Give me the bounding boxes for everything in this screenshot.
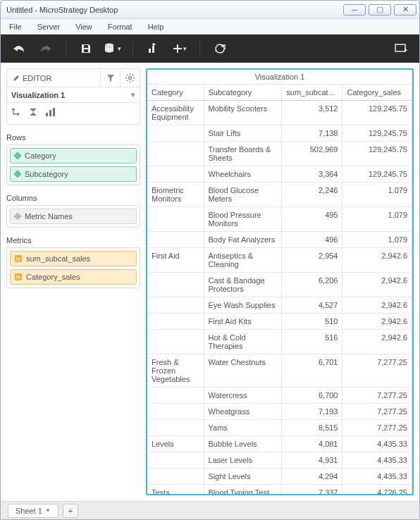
cell-category-sales: 4,726.25 xyxy=(342,485,412,495)
chevron-down-icon: ▼ xyxy=(45,507,51,514)
cell-category-sales: 129,245.75 xyxy=(342,142,412,166)
cell-category xyxy=(147,314,204,330)
undo-button[interactable] xyxy=(8,39,30,58)
table-row[interactable]: First AidAntiseptics & Cleaning2,9542,94… xyxy=(147,248,412,273)
table-row[interactable]: TestsBlood Typing Test Kits7,3374,726.25 xyxy=(147,485,412,495)
cell-sum-subcat: 6,701 xyxy=(282,354,342,388)
row-pill-subcategory[interactable]: Subcategory xyxy=(10,166,137,182)
table-row[interactable]: Hot & Cold Therapies5162,942.6 xyxy=(147,330,412,354)
app-window: Untitled - MicroStrategy Desktop ─ ▢ ✕ F… xyxy=(0,0,420,520)
editor-tab[interactable]: EDITOR xyxy=(7,74,57,82)
cell-sum-subcat: 7,337 xyxy=(282,485,342,495)
sheet-tab[interactable]: Sheet 1 ▼ xyxy=(8,504,58,518)
cell-subcategory: Wheatgrass xyxy=(204,404,282,420)
refresh-button[interactable] xyxy=(209,39,231,58)
cell-category xyxy=(147,166,204,182)
metric-pill-category-sales[interactable]: fxCategory_sales xyxy=(10,269,137,285)
cell-category xyxy=(147,452,204,469)
swap-axes-button[interactable] xyxy=(11,107,21,118)
col-header-category[interactable]: Category xyxy=(147,85,204,101)
cell-sum-subcat: 2,954 xyxy=(282,248,342,273)
table-row[interactable]: Laser Levels4,9314,435.33 xyxy=(147,452,412,469)
cell-sum-subcat: 7,193 xyxy=(282,404,342,420)
svg-rect-6 xyxy=(49,110,51,116)
table-row[interactable]: Biometric MonitorsBlood Glucose Meters2,… xyxy=(147,182,412,207)
cell-category-sales: 129,245.75 xyxy=(342,125,412,142)
table-row[interactable]: LevelsBubble Levels4,0814,435.33 xyxy=(147,436,412,452)
cell-subcategory: Mobility Scooters xyxy=(204,101,282,125)
cell-category xyxy=(147,469,204,485)
col-header-subcategory[interactable]: Subcategory xyxy=(204,85,282,101)
settings-button[interactable] xyxy=(120,70,140,87)
table-row[interactable]: Yams8,5157,277.25 xyxy=(147,420,412,436)
cell-sum-subcat: 3,512 xyxy=(282,101,342,125)
table-row[interactable]: Accessibility EquipmentMobility Scooters… xyxy=(147,101,412,125)
menu-help[interactable]: Help xyxy=(144,21,168,32)
table-row[interactable]: Wheelchairs3,364129,245.75 xyxy=(147,166,412,182)
add-chart-button[interactable] xyxy=(142,39,164,58)
metrics-dropzone[interactable]: fxsum_subcat_sales fxCategory_sales xyxy=(6,247,140,288)
close-button[interactable]: ✕ xyxy=(394,4,416,16)
visualization-container: Visualization 1 Category Subcategory sum… xyxy=(146,68,414,495)
table-row[interactable]: Cast & Bandage Protectors6,2062,942.6 xyxy=(147,273,412,297)
cell-sum-subcat: 6,206 xyxy=(282,273,342,297)
metric-pill-sum-subcat[interactable]: fxsum_subcat_sales xyxy=(10,251,137,266)
rows-dropzone[interactable]: Category Subcategory xyxy=(6,144,140,185)
menu-view[interactable]: View xyxy=(71,21,97,32)
svg-rect-5 xyxy=(46,113,48,116)
cell-sum-subcat: 516 xyxy=(282,330,342,354)
cell-category-sales: 2,942.6 xyxy=(342,273,412,297)
maximize-button[interactable]: ▢ xyxy=(369,4,391,16)
window-title: Untitled - MicroStrategy Desktop xyxy=(6,6,340,14)
add-sheet-button[interactable]: + xyxy=(63,504,78,518)
save-button[interactable] xyxy=(75,39,97,58)
sigma-button[interactable] xyxy=(28,107,38,118)
columns-label: Columns xyxy=(6,191,140,205)
cell-sum-subcat: 510 xyxy=(282,314,342,330)
cell-subcategory: Sight Levels xyxy=(204,469,282,485)
cell-category xyxy=(147,297,204,314)
cell-category: Levels xyxy=(147,436,204,452)
menu-format[interactable]: Format xyxy=(104,21,137,32)
cell-sum-subcat: 495 xyxy=(282,207,342,232)
row-pill-category[interactable]: Category xyxy=(10,148,137,163)
redo-button[interactable] xyxy=(35,39,57,58)
table-row[interactable]: Transfer Boards & Sheets502,969129,245.7… xyxy=(147,142,412,166)
cell-category-sales: 4,435.33 xyxy=(342,436,412,452)
cell-subcategory: Watercress xyxy=(204,388,282,404)
grid[interactable]: Category Subcategory sum_subcat_sa Categ… xyxy=(147,85,412,494)
table-row[interactable]: Stair Lifts7,138129,245.75 xyxy=(147,125,412,142)
cell-sum-subcat: 7,138 xyxy=(282,125,342,142)
columns-dropzone[interactable]: Metric Names xyxy=(6,205,140,228)
cell-category-sales: 2,942.6 xyxy=(342,248,412,273)
data-button[interactable]: ▾ xyxy=(101,39,124,58)
table-row[interactable]: Sight Levels4,2944,435.33 xyxy=(147,469,412,485)
col-header-sum-subcat[interactable]: sum_subcat_sa xyxy=(282,85,342,101)
add-button[interactable]: ▾ xyxy=(168,39,191,58)
table-row[interactable]: Body Fat Analyzers4961,079 xyxy=(147,232,412,248)
present-button[interactable] xyxy=(390,39,412,58)
table-row[interactable]: Wheatgrass7,1937,277.25 xyxy=(147,404,412,420)
cell-subcategory: Yams xyxy=(204,420,282,436)
cell-subcategory: Eye Wash Supplies xyxy=(204,297,282,314)
bars-button[interactable] xyxy=(45,107,55,118)
table-row[interactable]: Blood Pressure Monitors4951,079 xyxy=(147,207,412,232)
menu-file[interactable]: File xyxy=(5,21,26,32)
diamond-icon xyxy=(13,151,21,159)
cell-sum-subcat: 502,969 xyxy=(282,142,342,166)
minimize-button[interactable]: ─ xyxy=(343,4,366,16)
menu-server[interactable]: Server xyxy=(33,21,64,32)
table-row[interactable]: Fresh & Frozen VegetablesWater Chestnuts… xyxy=(147,354,412,388)
viz-dropdown[interactable]: ▾ xyxy=(131,90,135,99)
cell-category xyxy=(147,388,204,404)
cell-subcategory: First Aid Kits xyxy=(204,314,282,330)
cell-category-sales: 1,079 xyxy=(342,182,412,207)
filter-button[interactable] xyxy=(100,70,120,87)
column-pill-metricnames[interactable]: Metric Names xyxy=(10,209,137,224)
table-row[interactable]: First Aid Kits5102,942.6 xyxy=(147,314,412,330)
col-header-category-sales[interactable]: Category_sales xyxy=(342,85,412,101)
work-area: EDITOR Visualization 1 ▾ Rows xyxy=(1,63,419,501)
table-row[interactable]: Eye Wash Supplies4,5272,942.6 xyxy=(147,297,412,314)
table-row[interactable]: Watercress6,7007,277.25 xyxy=(147,388,412,404)
title-bar[interactable]: Untitled - MicroStrategy Desktop ─ ▢ ✕ xyxy=(1,1,419,19)
